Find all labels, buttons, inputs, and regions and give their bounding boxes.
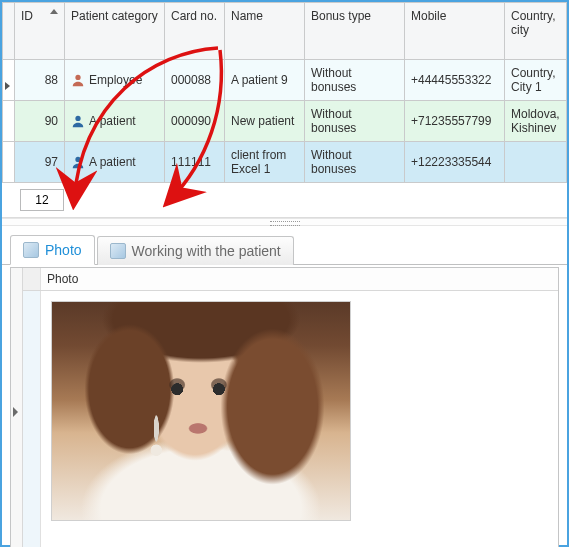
cell-bonus: Without bonuses [305,101,405,142]
col-patient-category[interactable]: Patient category [65,3,165,60]
col-bonus-type[interactable]: Bonus type [305,3,405,60]
photo-column-header[interactable]: Photo [23,268,558,291]
header-gutter [23,268,41,290]
row-selector[interactable] [3,101,15,142]
tab-icon [110,243,126,259]
photo-cell[interactable] [41,291,558,547]
photo-panel: Photo [10,267,559,547]
table-row[interactable]: 97 A patient 111111 client from Excel 1 … [3,142,567,183]
cell-name: A patient 9 [225,60,305,101]
svg-point-1 [75,116,80,121]
cell-name: client from Excel 1 [225,142,305,183]
row-selector-header [3,3,15,60]
col-id[interactable]: ID [15,3,65,60]
current-row-icon [5,82,10,90]
svg-point-2 [75,157,80,162]
col-id-label: ID [21,9,33,23]
cell-bonus: Without bonuses [305,60,405,101]
cell-id: 88 [15,60,65,101]
cell-place: Country, City 1 [505,60,567,101]
chevron-right-icon [13,407,18,417]
cell-card: 000090 [165,101,225,142]
row-gutter [23,291,41,547]
cell-bonus: Without bonuses [305,142,405,183]
table-row[interactable]: 88 Employee 000088 A patient 9 Without b… [3,60,567,101]
table-row[interactable]: 90 A patient 000090 New patient Without … [3,101,567,142]
pager [2,183,567,218]
detail-tabs: Photo Working with the patient [2,226,567,265]
cell-category: A patient [65,101,165,142]
cell-card: 111111 [165,142,225,183]
cell-mobile: +44445553322 [405,60,505,101]
cell-card: 000088 [165,60,225,101]
horizontal-splitter[interactable] [2,218,567,226]
col-country-city[interactable]: Country, city [505,3,567,60]
patient-photo [51,301,351,521]
patient-icon [71,155,85,169]
cell-category: A patient [65,142,165,183]
tab-label: Photo [45,242,82,258]
col-name[interactable]: Name [225,3,305,60]
cell-id: 90 [15,101,65,142]
sort-asc-icon [50,9,58,14]
row-selector[interactable] [3,60,15,101]
cell-name: New patient [225,101,305,142]
cell-mobile: +71235557799 [405,101,505,142]
photo-header-label: Photo [47,272,78,286]
row-selector[interactable] [3,142,15,183]
patient-icon [71,114,85,128]
tab-icon [23,242,39,258]
page-number-input[interactable] [20,189,64,211]
grid-header-row[interactable]: ID Patient category Card no. Name Bonus … [3,3,567,60]
svg-point-0 [75,75,80,80]
cell-category: Employee [65,60,165,101]
employee-icon [71,73,85,87]
tab-working-with-patient[interactable]: Working with the patient [97,236,294,265]
cell-mobile: +12223335544 [405,142,505,183]
tab-label: Working with the patient [132,243,281,259]
cell-id: 97 [15,142,65,183]
tab-photo[interactable]: Photo [10,235,95,265]
col-mobile[interactable]: Mobile [405,3,505,60]
col-card-no[interactable]: Card no. [165,3,225,60]
cell-place: Moldova, Kishinev [505,101,567,142]
panel-collapse-bar[interactable] [11,268,23,547]
patients-grid[interactable]: ID Patient category Card no. Name Bonus … [2,2,567,183]
cell-place [505,142,567,183]
